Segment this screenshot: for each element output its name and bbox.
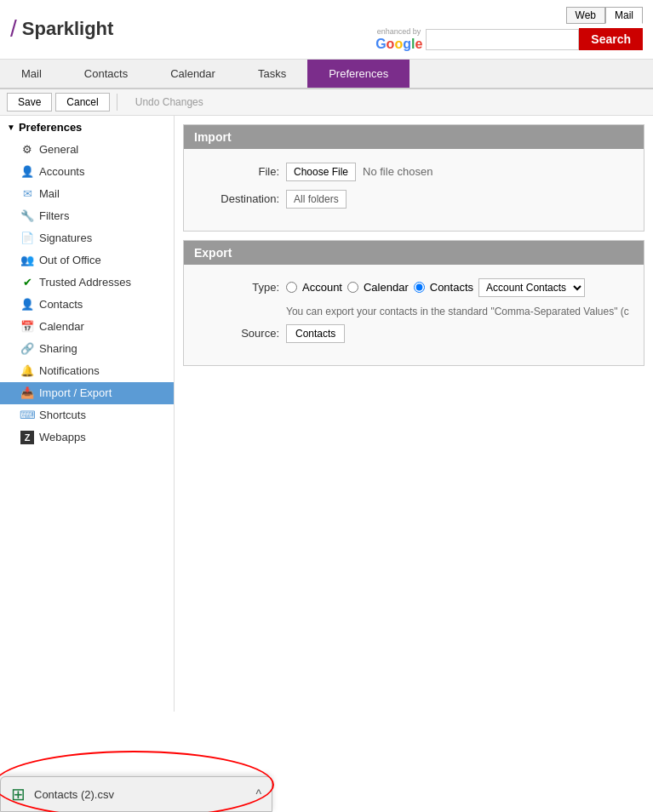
- google-logo: Google: [375, 37, 422, 52]
- save-button[interactable]: Save: [7, 93, 52, 112]
- sidebar-item-import-export[interactable]: 📥 Import / Export: [0, 382, 174, 404]
- tab-calendar[interactable]: Calendar: [149, 60, 237, 88]
- type-row: Type: Account Calendar Contacts Account …: [194, 278, 633, 297]
- type-account-label[interactable]: Account: [302, 281, 342, 294]
- import-header: Import: [184, 125, 644, 149]
- gear-icon: ⚙: [20, 143, 34, 157]
- type-contacts-label[interactable]: Contacts: [430, 281, 473, 294]
- sidebar-header-label: Preferences: [19, 121, 82, 134]
- sidebar-item-out-of-office[interactable]: 👥 Out of Office: [0, 249, 174, 272]
- sidebar-header[interactable]: ▼ Preferences: [0, 116, 174, 139]
- no-file-text: No file chosen: [363, 165, 432, 178]
- toolbar: Save Cancel Undo Changes: [0, 89, 653, 116]
- file-label: File:: [194, 165, 279, 178]
- search-tab-web[interactable]: Web: [566, 7, 605, 24]
- destination-row: Destination: All folders: [194, 190, 633, 209]
- type-account-radio[interactable]: [286, 282, 297, 293]
- cancel-button[interactable]: Cancel: [55, 93, 109, 112]
- logo-text: Sparklight: [22, 18, 114, 40]
- type-options: Account Calendar Contacts Account Contac…: [286, 278, 585, 297]
- signatures-icon: 📄: [20, 232, 34, 245]
- sidebar-item-filters[interactable]: 🔧 Filters: [0, 205, 174, 227]
- sidebar-item-calendar[interactable]: 📅 Calendar: [0, 316, 174, 338]
- sidebar-item-sharing[interactable]: 🔗 Sharing: [0, 338, 174, 360]
- sidebar-item-label: Mail: [39, 187, 60, 200]
- export-note: You can export your contacts in the stan…: [286, 306, 633, 317]
- sidebar-collapse-arrow: ▼: [7, 123, 15, 132]
- search-button[interactable]: Search: [579, 28, 643, 50]
- type-label: Type:: [194, 281, 279, 294]
- sidebar: ▼ Preferences ⚙ General 👤 Accounts ✉ Mai…: [0, 116, 175, 712]
- search-tabs: Web Mail: [566, 7, 643, 24]
- export-header: Export: [184, 241, 644, 265]
- webapps-icon: Z: [20, 431, 34, 444]
- import-body: File: Choose File No file chosen Destina…: [184, 149, 644, 231]
- sidebar-item-label: Import / Export: [39, 386, 112, 399]
- main-layout: ▼ Preferences ⚙ General 👤 Accounts ✉ Mai…: [0, 116, 653, 712]
- sidebar-item-label: General: [39, 143, 78, 156]
- sidebar-item-label: Webapps: [39, 431, 86, 443]
- tab-preferences[interactable]: Preferences: [307, 60, 410, 88]
- undo-changes-button: Undo Changes: [124, 93, 215, 112]
- enhanced-by-text: enhanced by: [377, 27, 421, 37]
- tab-tasks[interactable]: Tasks: [237, 60, 307, 88]
- type-calendar-radio[interactable]: [347, 282, 358, 293]
- search-row: enhanced by Google Search: [375, 27, 643, 52]
- source-label: Source:: [194, 327, 279, 340]
- sidebar-item-general[interactable]: ⚙ General: [0, 139, 174, 161]
- type-contacts-radio[interactable]: [414, 282, 425, 293]
- destination-label: Destination:: [194, 192, 279, 205]
- sidebar-item-accounts[interactable]: 👤 Accounts: [0, 161, 174, 183]
- file-row: File: Choose File No file chosen: [194, 163, 633, 181]
- sidebar-item-label: Shortcuts: [39, 409, 86, 421]
- toolbar-separator: [117, 94, 117, 111]
- sidebar-item-label: Accounts: [39, 165, 84, 178]
- trusted-icon: ✔: [20, 276, 34, 289]
- choose-file-button[interactable]: Choose File: [286, 163, 356, 181]
- source-row: Source: Contacts: [194, 324, 633, 343]
- sidebar-item-label: Out of Office: [39, 254, 101, 266]
- logo-slash: /: [10, 17, 17, 41]
- sidebar-item-label: Sharing: [39, 342, 77, 355]
- sidebar-item-label: Filters: [39, 209, 69, 222]
- sidebar-item-signatures[interactable]: 📄 Signatures: [0, 227, 174, 249]
- notifications-icon: 🔔: [20, 364, 34, 378]
- sharing-icon: 🔗: [20, 342, 34, 356]
- export-body: Type: Account Calendar Contacts Account …: [184, 265, 644, 365]
- type-calendar-label[interactable]: Calendar: [364, 281, 409, 294]
- mail-icon: ✉: [20, 187, 34, 201]
- search-tab-mail[interactable]: Mail: [605, 7, 643, 24]
- sidebar-item-trusted-addresses[interactable]: ✔ Trusted Addresses: [0, 272, 174, 294]
- search-input[interactable]: [426, 29, 579, 50]
- nav-tabs: Mail Contacts Calendar Tasks Preferences: [0, 60, 653, 89]
- contacts-type-select[interactable]: Account Contacts All Contacts: [478, 278, 585, 297]
- search-area: Web Mail enhanced by Google Search: [375, 7, 643, 52]
- import-export-icon: 📥: [20, 386, 34, 400]
- source-button[interactable]: Contacts: [286, 324, 345, 343]
- sidebar-item-label: Trusted Addresses: [39, 276, 131, 289]
- tab-mail[interactable]: Mail: [0, 60, 63, 88]
- calendar-icon: 📅: [20, 320, 34, 334]
- sidebar-item-label: Calendar: [39, 320, 84, 333]
- sidebar-item-label: Signatures: [39, 232, 92, 244]
- sidebar-item-shortcuts[interactable]: ⌨ Shortcuts: [0, 404, 174, 426]
- sidebar-item-contacts[interactable]: 👤 Contacts: [0, 294, 174, 316]
- accounts-icon: 👤: [20, 165, 34, 179]
- header: / Sparklight Web Mail enhanced by Google…: [0, 0, 653, 60]
- destination-dropdown[interactable]: All folders: [286, 190, 347, 209]
- import-section: Import File: Choose File No file chosen …: [183, 124, 644, 232]
- sidebar-item-label: Notifications: [39, 364, 100, 377]
- sidebar-item-webapps[interactable]: Z Webapps: [0, 426, 174, 449]
- out-of-office-icon: 👥: [20, 254, 34, 267]
- export-section: Export Type: Account Calendar Contacts A…: [183, 240, 644, 366]
- content-area: Import File: Choose File No file chosen …: [175, 116, 653, 712]
- logo: / Sparklight: [10, 17, 113, 41]
- filters-icon: 🔧: [20, 209, 34, 223]
- sidebar-item-mail[interactable]: ✉ Mail: [0, 183, 174, 205]
- sidebar-item-notifications[interactable]: 🔔 Notifications: [0, 360, 174, 382]
- contacts-icon: 👤: [20, 298, 34, 312]
- sidebar-item-label: Contacts: [39, 298, 83, 311]
- tab-contacts[interactable]: Contacts: [63, 60, 149, 88]
- shortcuts-icon: ⌨: [20, 409, 34, 422]
